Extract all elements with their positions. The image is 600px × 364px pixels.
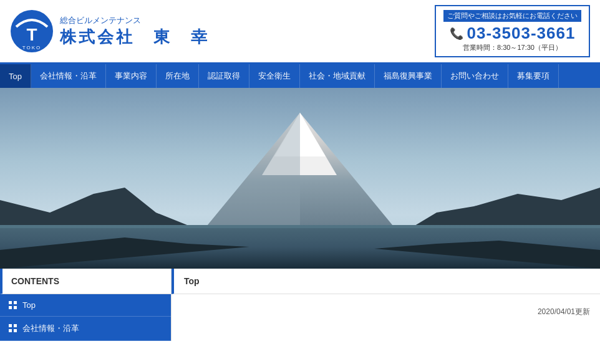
logo-area: T TOKO 総合ビルメンテナンス 株式会社 東 幸	[10, 9, 210, 53]
main-body: 2020/04/01更新	[172, 294, 600, 330]
main-content: Top 2020/04/01更新	[172, 269, 600, 341]
svg-rect-11	[0, 225, 600, 228]
phone-number: 03-3503-3661	[467, 24, 576, 43]
update-date: 2020/04/01更新	[538, 307, 590, 316]
company-title: 株式会社 東 幸	[60, 26, 210, 48]
main-section-title: Top	[172, 269, 600, 294]
nav-item-fukushima[interactable]: 福島復興事業	[375, 64, 442, 88]
nav-item-safety[interactable]: 安全衛生	[249, 64, 300, 88]
nav-item-company[interactable]: 会社情報・沿革	[31, 64, 106, 88]
sidebar-item-top-label: Top	[22, 300, 36, 310]
nav-item-contact[interactable]: お問い合わせ	[442, 64, 508, 88]
nav-item-location[interactable]: 所在地	[157, 64, 199, 88]
company-subtitle: 総合ビルメンテナンス	[60, 15, 210, 26]
grid-icon	[9, 301, 17, 310]
contact-hours: 営業時間：8:30～17:30（平日）	[443, 43, 581, 52]
hero-image	[0, 88, 600, 269]
svg-text:TOKO: TOKO	[22, 45, 42, 50]
logo-circle: T TOKO	[10, 9, 54, 53]
sidebar: CONTENTS Top 会社情報・沿革	[0, 269, 172, 341]
contact-box: ご質問やご相談はお気軽にお電話ください 📞 03-3503-3661 営業時間：…	[435, 5, 590, 57]
sidebar-item-company[interactable]: 会社情報・沿革	[0, 317, 171, 341]
nav-item-recruitment[interactable]: 募集要項	[508, 64, 559, 88]
nav-item-top[interactable]: Top	[0, 64, 31, 88]
nav-item-certification[interactable]: 認証取得	[199, 64, 249, 88]
svg-text:T: T	[26, 25, 37, 44]
sidebar-item-top[interactable]: Top	[0, 294, 171, 317]
sidebar-item-company-label: 会社情報・沿革	[22, 323, 79, 334]
grid-icon-2	[9, 324, 17, 333]
contact-label: ご質問やご相談はお気軽にお電話ください	[443, 10, 581, 22]
contact-phone-area: 📞 03-3503-3661	[443, 24, 581, 43]
nav-item-community[interactable]: 社会・地域貢献	[300, 64, 375, 88]
site-header: T TOKO 総合ビルメンテナンス 株式会社 東 幸 ご質問やご相談はお気軽にお…	[0, 0, 600, 64]
content-wrapper: CONTENTS Top 会社情報・沿革 Top 2020/04/01更新	[0, 269, 600, 341]
main-nav: Top 会社情報・沿革 事業内容 所在地 認証取得 安全衛生 社会・地域貢献 福…	[0, 64, 600, 88]
nav-item-business[interactable]: 事業内容	[106, 64, 157, 88]
phone-icon: 📞	[450, 27, 463, 41]
sidebar-header: CONTENTS	[0, 269, 171, 294]
company-name-area: 総合ビルメンテナンス 株式会社 東 幸	[60, 15, 210, 48]
